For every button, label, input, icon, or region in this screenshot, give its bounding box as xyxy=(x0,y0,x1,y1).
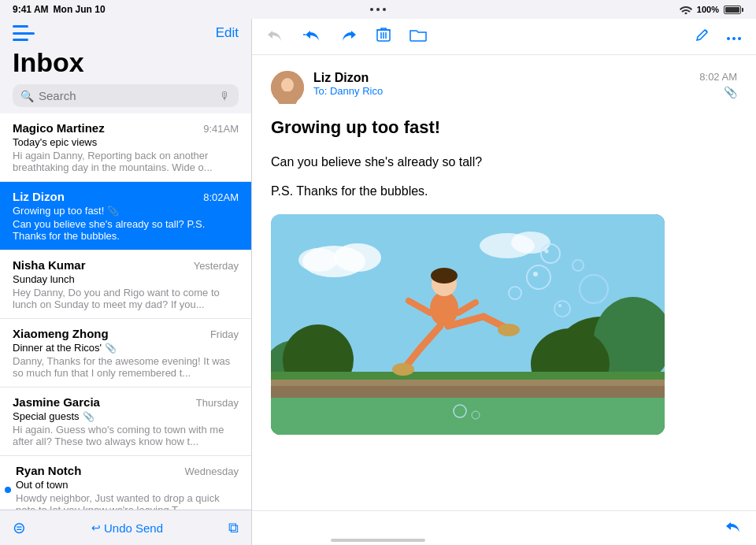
email-item[interactable]: Jasmine Garcia Thursday Special guests 📎… xyxy=(0,387,251,456)
detail-body: Can you believe she's already so tall? P… xyxy=(271,152,737,202)
svg-point-7 xyxy=(738,37,741,40)
email-item[interactable]: Xiaomeng Zhong Friday Dinner at the Rico… xyxy=(0,319,251,387)
email-item[interactable]: Magico Martinez 9:41AM Today's epic view… xyxy=(0,113,251,182)
email-preview: Can you believe she's already so tall? P… xyxy=(13,218,239,242)
forward-button[interactable] xyxy=(339,26,359,47)
email-time: Wednesday xyxy=(185,465,239,477)
toolbar-actions-left xyxy=(265,25,428,48)
email-subject: Growing up too fast! 📎 xyxy=(13,205,239,217)
dot1 xyxy=(370,8,373,11)
svg-rect-25 xyxy=(271,380,665,386)
attachment-icon: 📎 xyxy=(105,343,117,354)
email-time: Yesterday xyxy=(194,260,239,272)
email-subject: Dinner at the Ricos' 📎 xyxy=(13,342,239,354)
microphone-icon[interactable]: 🎙 xyxy=(220,90,231,102)
body-line-2: P.S. Thanks for the bubbles. xyxy=(271,181,737,202)
folder-button[interactable] xyxy=(408,26,428,47)
inbox-title: Inbox xyxy=(0,44,251,84)
home-indicator xyxy=(331,539,425,542)
filter-icon[interactable]: ⊜ xyxy=(13,518,26,537)
status-right: 100% xyxy=(680,5,743,14)
search-icon: 🔍 xyxy=(20,90,34,102)
email-item[interactable]: Ryan Notch Wednesday Out of town Howdy n… xyxy=(0,456,251,510)
email-detail-header: Liz Dizon To: Danny Rico 8:02 AM 📎 xyxy=(271,71,737,104)
svg-point-6 xyxy=(732,37,736,40)
reply-all-button[interactable] xyxy=(301,26,323,47)
status-center xyxy=(370,8,386,11)
email-subject: Today's epic views xyxy=(13,136,239,148)
copy-icon[interactable]: ⧉ xyxy=(228,520,239,536)
email-detail-meta: Liz Dizon To: Danny Rico xyxy=(313,71,690,97)
email-sender: Jasmine Garcia xyxy=(13,395,100,409)
email-sender: Magico Martinez xyxy=(13,121,105,135)
svg-point-13 xyxy=(334,243,381,272)
reply-back-button[interactable] xyxy=(265,26,285,47)
email-sender: Xiaomeng Zhong xyxy=(13,327,109,340)
battery-icon xyxy=(724,6,743,14)
toolbar-actions-right xyxy=(693,25,743,48)
app-container: Edit Inbox 🔍 🎙 Magico Martinez 9:41AM To… xyxy=(0,19,756,545)
svg-point-43 xyxy=(533,272,538,276)
detail-time: 8:02 AM xyxy=(699,71,737,83)
battery-label: 100% xyxy=(697,5,719,14)
email-sender: Ryan Notch xyxy=(16,464,81,477)
detail-attachment-icon: 📎 xyxy=(724,86,737,98)
email-list: Magico Martinez 9:41AM Today's epic view… xyxy=(0,113,251,510)
email-subject: Sunday lunch xyxy=(13,273,239,285)
svg-rect-23 xyxy=(271,391,665,435)
svg-point-35 xyxy=(392,363,414,376)
right-toolbar xyxy=(252,19,756,55)
email-sender: Nisha Kumar xyxy=(13,258,86,272)
left-panel: Edit Inbox 🔍 🎙 Magico Martinez 9:41AM To… xyxy=(0,19,252,545)
compose-button[interactable] xyxy=(693,25,712,48)
email-item[interactable]: Liz Dizon 8:02AM Growing up too fast! 📎 … xyxy=(0,182,251,250)
more-button[interactable] xyxy=(724,27,743,46)
svg-point-36 xyxy=(498,324,520,336)
attachment-icon: 📎 xyxy=(83,411,94,422)
detail-subject: Growing up too fast! xyxy=(271,117,737,139)
email-attachment-image[interactable] xyxy=(271,214,665,435)
sidebar-toggle-button[interactable] xyxy=(13,25,35,41)
svg-point-45 xyxy=(545,249,549,253)
email-time: Thursday xyxy=(196,397,239,409)
search-bar: 🔍 🎙 xyxy=(13,84,239,107)
email-time: 9:41AM xyxy=(203,123,239,135)
search-input[interactable] xyxy=(39,89,215,102)
detail-time-area: 8:02 AM 📎 xyxy=(699,71,737,98)
undo-arrow-icon: ↩ xyxy=(91,521,101,534)
email-preview: Hi again. Guess who's coming to town wit… xyxy=(13,424,239,447)
email-preview: Hey Danny, Do you and Rigo want to come … xyxy=(13,287,239,310)
undo-send-button[interactable]: ↩ Undo Send xyxy=(91,521,163,535)
email-subject: Special guests 📎 xyxy=(13,410,239,422)
email-detail: Liz Dizon To: Danny Rico 8:02 AM 📎 Growi… xyxy=(252,55,756,510)
status-left: 9:41 AM Mon Jun 10 xyxy=(13,4,106,15)
svg-point-28 xyxy=(431,268,458,284)
email-time: 8:02AM xyxy=(203,191,239,203)
status-bar: 9:41 AM Mon Jun 10 100% xyxy=(0,0,756,19)
email-item[interactable]: Nisha Kumar Yesterday Sunday lunch Hey D… xyxy=(0,250,251,319)
left-toolbar: Edit xyxy=(0,19,251,44)
right-bottom-toolbar xyxy=(252,510,756,545)
dot3 xyxy=(383,8,386,11)
right-panel: Liz Dizon To: Danny Rico 8:02 AM 📎 Growi… xyxy=(252,19,756,545)
trash-button[interactable] xyxy=(375,25,392,48)
detail-sender-name: Liz Dizon xyxy=(313,71,690,85)
edit-button[interactable]: Edit xyxy=(216,25,239,41)
unread-indicator xyxy=(5,487,11,493)
undo-send-label: Undo Send xyxy=(104,521,163,535)
left-bottom-toolbar: ⊜ ↩ Undo Send ⧉ xyxy=(0,510,251,545)
status-date: Mon Jun 10 xyxy=(54,4,106,15)
body-line-1: Can you believe she's already so tall? xyxy=(271,152,737,172)
email-preview: Danny, Thanks for the awesome evening! I… xyxy=(13,355,239,379)
status-time: 9:41 AM xyxy=(13,4,49,15)
detail-to[interactable]: To: Danny Rico xyxy=(313,85,690,97)
email-preview: Hi again Danny, Reporting back on anothe… xyxy=(13,150,239,173)
dot2 xyxy=(376,8,380,11)
reply-button[interactable] xyxy=(723,517,743,539)
svg-point-16 xyxy=(511,232,550,254)
attachment-icon: 📎 xyxy=(107,206,119,217)
sender-avatar xyxy=(271,71,304,104)
email-subject: Out of town xyxy=(16,479,239,491)
email-sender: Liz Dizon xyxy=(13,190,65,203)
svg-point-44 xyxy=(558,304,561,307)
